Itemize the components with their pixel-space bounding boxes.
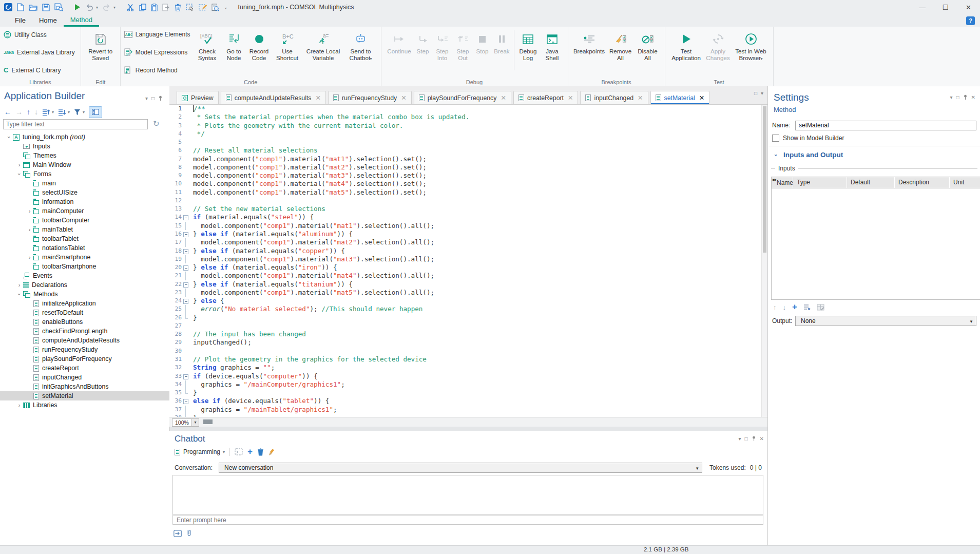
code-line-35[interactable]: 35}	[169, 389, 767, 397]
mode-dropdown-icon[interactable]: ▾	[223, 450, 225, 454]
code-line-33[interactable]: 33if (device.equals("computer")) {	[169, 372, 767, 380]
tab-close-icon[interactable]: ✕	[401, 94, 406, 102]
panel-pin-icon[interactable]	[963, 94, 968, 100]
record-code-button[interactable]: Record Code	[246, 28, 273, 78]
fold-marker-icon[interactable]	[182, 263, 190, 272]
send-prompt-icon[interactable]	[174, 530, 182, 537]
editor-zoom-control[interactable]: 100% ▼	[172, 418, 199, 427]
tree-expander-icon[interactable]: ›	[26, 226, 33, 233]
record-method-button[interactable]: Record Method	[124, 66, 190, 74]
method-name-input[interactable]	[795, 121, 976, 130]
minimize-button[interactable]: —	[911, 0, 934, 14]
tree-item-main-window[interactable]: ›Main Window	[0, 160, 169, 169]
panel-pin-icon[interactable]	[158, 95, 163, 101]
code-line-17[interactable]: 17 model.component("comp1").material("ma…	[169, 238, 767, 246]
cut-icon[interactable]	[127, 4, 134, 11]
code-line-15[interactable]: 15 model.component("comp1").material("ma…	[169, 222, 767, 230]
tree-item-information[interactable]: information	[0, 197, 169, 206]
fold-marker-icon[interactable]	[182, 247, 190, 255]
expand-all-dropdown-icon[interactable]: ▾	[52, 110, 54, 114]
inputs-and-output-section-header[interactable]: › Inputs and Output	[772, 151, 843, 159]
move-input-up-icon[interactable]: ↑	[773, 303, 777, 311]
tree-expander-icon[interactable]: ›	[16, 170, 23, 178]
panel-float-icon[interactable]: □	[745, 436, 748, 442]
fold-marker-icon[interactable]	[182, 372, 190, 380]
inputs-table[interactable]: ▶▶Name Type Default Description Unit	[771, 177, 980, 300]
tree-item-declarations[interactable]: ›Declarations	[0, 280, 169, 290]
tab-close-icon[interactable]: ✕	[638, 94, 643, 102]
code-line-34[interactable]: 34 graphics = "/mainComputer/graphics1";	[169, 380, 767, 389]
tree-item-resettodefault[interactable]: resetToDefault	[0, 308, 169, 317]
add-input-icon[interactable]: +	[792, 302, 797, 312]
filter-icon[interactable]	[74, 109, 81, 116]
code-line-4[interactable]: 4 */	[169, 130, 767, 138]
paste-icon[interactable]	[151, 4, 158, 11]
tree-item-events[interactable]: Events	[0, 271, 169, 280]
breakpoints-button[interactable]: Breakpoints	[572, 28, 607, 78]
redo-dropdown-icon[interactable]: ▾	[113, 5, 116, 10]
tree-expander-icon[interactable]: ›	[15, 402, 23, 408]
show-in-model-builder-checkbox[interactable]: Show in Model Builder	[772, 135, 844, 142]
open-file-icon[interactable]	[29, 4, 37, 11]
new-conversation-icon[interactable]: +	[247, 448, 253, 455]
move-column-header[interactable]: ▶▶Name	[772, 177, 793, 188]
code-line-11[interactable]: 11model.component("comp1").material("mat…	[169, 188, 767, 197]
move-input-down-icon[interactable]: ↓	[783, 303, 786, 311]
code-line-13[interactable]: 13// Set the new material selections	[169, 205, 767, 213]
code-line-31[interactable]: 31// Plot the geometry in the graphics f…	[169, 355, 767, 364]
tree-item-toolbarsmartphone[interactable]: toolbarSmartphone	[0, 262, 169, 271]
code-editor[interactable]: 1/**2 * Sets the material properties whe…	[169, 105, 767, 417]
tree-item-computeandupdateresults[interactable]: computeAndUpdateResults	[0, 336, 169, 345]
code-line-18[interactable]: 18} else if (material.equals("copper")) …	[169, 247, 767, 255]
unit-column-header[interactable]: Unit	[950, 177, 980, 188]
panel-close-icon[interactable]: ✕	[760, 436, 764, 442]
fold-marker-icon[interactable]	[182, 397, 190, 405]
tree-item-notationstablet[interactable]: notationsTablet	[0, 243, 169, 253]
tree-expander-icon[interactable]: ›	[15, 162, 23, 168]
fold-marker-icon[interactable]	[182, 230, 190, 238]
undo-dropdown-icon[interactable]: ▾	[96, 5, 98, 10]
panel-float-icon[interactable]: □	[956, 95, 959, 100]
customize-toolbar-icon[interactable]: ⌄	[224, 5, 228, 10]
code-line-12[interactable]: 12	[169, 197, 767, 205]
tree-item-inputs[interactable]: Inputs	[0, 142, 169, 151]
tab-file[interactable]: File	[8, 14, 32, 27]
tree-item-enablebuttons[interactable]: enableButtons	[0, 317, 169, 327]
java-shell-button[interactable]: Java Shell	[541, 28, 564, 78]
tree-item-runfrequencystudy[interactable]: runFrequencyStudy	[0, 345, 169, 354]
chatbot-prompt-input[interactable]	[172, 515, 763, 525]
tab-close-icon[interactable]: ✕	[315, 94, 320, 102]
checkbox-icon[interactable]	[772, 135, 779, 142]
move-down-icon[interactable]: ↓	[34, 108, 38, 116]
tab-close-icon[interactable]: ✕	[699, 94, 704, 102]
collapse-all-dropdown-icon[interactable]: ▾	[68, 110, 70, 114]
code-line-23[interactable]: 23 model.component("comp1").material("ma…	[169, 289, 767, 297]
save-icon[interactable]	[42, 4, 50, 11]
attach-file-icon[interactable]	[186, 529, 192, 537]
tab-close-icon[interactable]: ✕	[501, 94, 506, 102]
undo-icon[interactable]	[85, 4, 93, 11]
editor-tab-runfrequencystudy[interactable]: runFrequencyStudy✕	[328, 91, 412, 104]
go-to-node-button[interactable]: Go to Node	[222, 28, 246, 78]
create-local-variable-button[interactable]: a=T Create Local Variable	[302, 28, 344, 78]
clear-brush-icon[interactable]	[268, 448, 275, 456]
tree-item-mainsmartphone[interactable]: ›mainSmartphone	[0, 253, 169, 262]
tree-expander-icon[interactable]: ›	[16, 291, 23, 298]
tree-expander-icon[interactable]: ›	[15, 282, 23, 288]
code-line-24[interactable]: 24} else {	[169, 297, 767, 305]
external-java-library-button[interactable]: JavaExternal Java Library	[4, 49, 75, 56]
tree-item-createreport[interactable]: createReport	[0, 364, 169, 373]
code-line-5[interactable]: 5	[169, 138, 767, 146]
code-line-19[interactable]: 19 model.component("comp1").material("ma…	[169, 255, 767, 263]
copy-icon[interactable]	[139, 4, 146, 11]
tree-item-toolbarcomputer[interactable]: toolbarComputer	[0, 216, 169, 225]
save-as-icon[interactable]	[54, 3, 63, 11]
delete-input-icon[interactable]	[803, 304, 811, 310]
panel-menu-icon[interactable]: ▾	[950, 95, 953, 100]
revert-to-saved-button[interactable]: Revert to Saved	[85, 28, 117, 78]
description-column-header[interactable]: Description	[895, 177, 950, 188]
test-in-web-browser-dropdown-icon[interactable]: ▾	[760, 56, 762, 61]
output-select[interactable]: None ▼	[795, 316, 976, 326]
code-line-9[interactable]: 9model.component("comp1").material("mat3…	[169, 171, 767, 180]
model-expressions-button[interactable]: a=Model Expressions	[124, 48, 190, 56]
